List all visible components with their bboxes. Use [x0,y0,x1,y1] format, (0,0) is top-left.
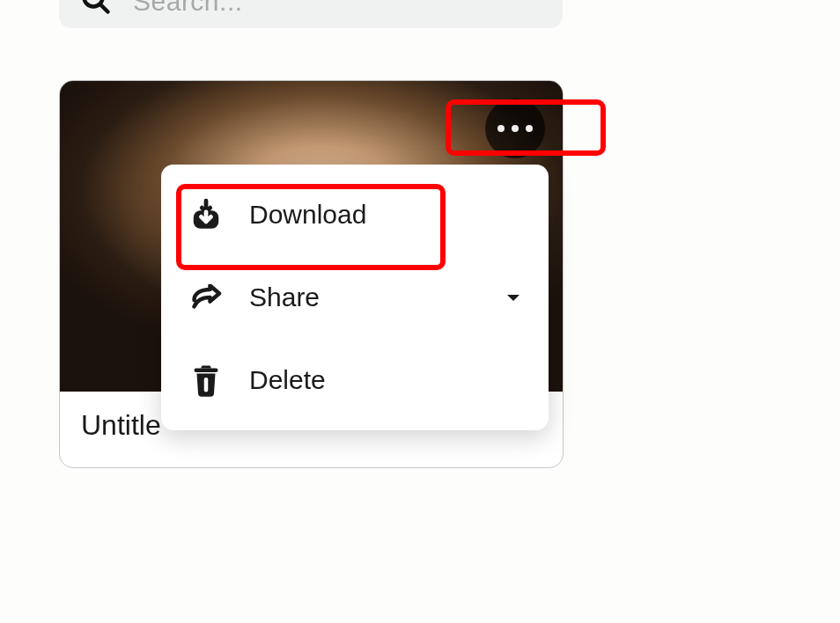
menu-item-share[interactable]: Share [161,256,549,339]
svg-rect-4 [204,377,209,392]
search-placeholder: Search... [133,0,243,17]
caret-down-icon [506,289,520,307]
search-bar[interactable]: Search... [59,0,563,28]
menu-item-label: Share [249,282,480,312]
menu-item-label: Download [249,200,520,230]
more-options-button[interactable] [485,99,545,158]
menu-item-delete[interactable]: Delete [161,339,549,421]
trash-icon [189,363,223,397]
svg-rect-3 [195,369,218,373]
dot-icon [526,125,533,132]
download-icon [189,198,223,231]
dot-icon [497,125,505,132]
search-icon [80,0,112,19]
dot-icon [512,125,519,132]
svg-line-1 [100,4,107,11]
share-icon [189,281,223,314]
menu-item-download[interactable]: Download [161,173,549,256]
context-menu: Download Share Delete [161,165,549,430]
menu-item-label: Delete [249,365,520,395]
